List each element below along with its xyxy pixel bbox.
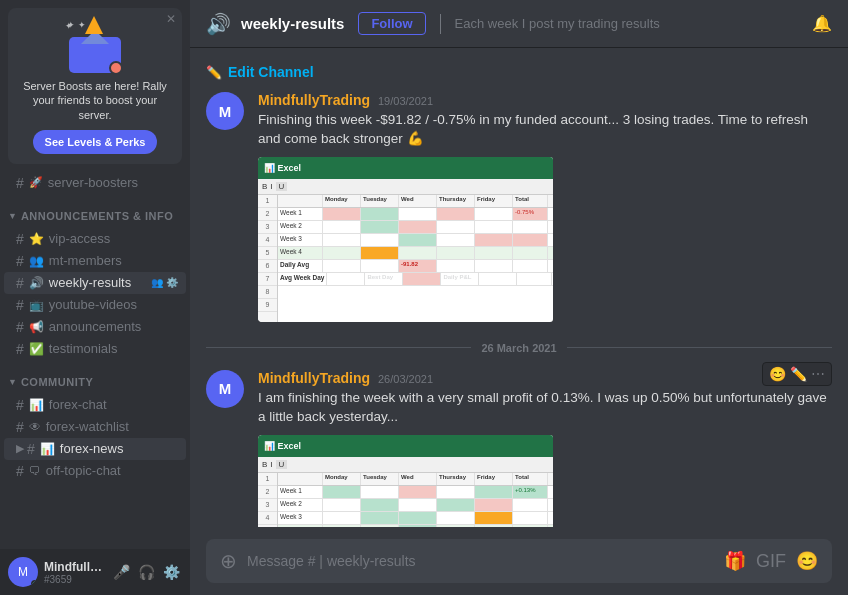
add-attachment-button[interactable]: ⊕ [220,549,237,573]
sidebar-item-label: server-boosters [48,175,138,190]
hash-icon: # [16,231,24,247]
channel-header-name: weekly-results [241,15,344,32]
input-actions: 🎁 GIF 😊 [724,550,818,572]
sidebar-item-label: off-topic-chat [46,463,121,478]
boost-illustration: ✦ ✦ ✦ [16,18,174,73]
follow-button[interactable]: Follow [358,12,425,35]
message-group: M MindfullyTrading 19/03/2021 Finishing … [206,92,832,322]
sidebar: ✕ ✦ ✦ ✦ Server Boosts are here! Rally yo… [0,0,190,595]
sidebar-item-off-topic-chat[interactable]: # 🗨 off-topic-chat [4,460,186,482]
boost-cta-button[interactable]: See Levels & Perks [33,130,158,154]
settings-button[interactable]: ⚙️ [161,562,182,582]
sidebar-item-label: forex-watchlist [46,419,129,434]
message-input[interactable] [247,553,714,569]
sidebar-item-forex-watchlist[interactable]: # 👁 forex-watchlist [4,416,186,438]
message-timestamp: 26/03/2021 [378,373,433,385]
boost-banner: ✕ ✦ ✦ ✦ Server Boosts are here! Rally yo… [8,8,182,164]
user-info: MindfullyTr... #3659 [44,560,105,585]
sidebar-item-testimonials[interactable]: # ✅ testimonials [4,338,186,360]
main-content: 🔊 weekly-results Follow Each week I post… [190,0,848,595]
message-action-bar: 😊 ✏️ ⋯ [762,362,832,386]
channel-description: Each week I post my trading results [455,16,802,31]
sidebar-item-label: vip-access [49,231,110,246]
message-text: I am finishing the week with a very smal… [258,389,832,427]
sidebar-item-announcements[interactable]: # 📢 announcements [4,316,186,338]
speaker-icon: 🔊 [206,12,231,36]
chart-icon: 📊 [29,398,44,412]
category-community[interactable]: ▼ COMMUNITY + [0,360,190,394]
sidebar-item-label: announcements [49,319,142,334]
speaker-icon: 🔊 [29,276,44,290]
gift-icon[interactable]: 🎁 [724,550,746,572]
rocket-icon: 🚀 [29,176,43,189]
edit-channel-link[interactable]: Edit Channel [228,64,314,80]
sidebar-item-label: weekly-results [49,275,131,290]
chat-icon: 🗨 [29,464,41,478]
sidebar-item-label: testimonials [49,341,118,356]
arrow-icon: ▶ [16,442,24,455]
members-badge-icon: 👥 [151,277,163,288]
hash-icon: # [16,275,24,291]
hash-icon: # [16,463,24,479]
headphones-button[interactable]: 🎧 [136,562,157,582]
hash-icon: # [16,419,24,435]
more-options-button[interactable]: ⋯ [811,366,825,382]
sidebar-item-weekly-results[interactable]: # 🔊 weekly-results 👥 ⚙️ [4,272,186,294]
category-announcements[interactable]: ▼ ANNOUNCEMENTS & INFO + [0,194,190,228]
eye-icon: 👁 [29,420,41,434]
hash-icon: # [16,297,24,313]
sidebar-item-server-boosters[interactable]: # 🚀 server-boosters [4,172,186,194]
message-group: M MindfullyTrading 26/03/2021 I am finis… [206,370,832,527]
edit-channel-bar: ✏️ Edit Channel [206,64,832,92]
hash-icon: # [16,253,24,269]
divider-line [206,347,471,348]
channel-badges: 👥 ⚙️ [151,277,178,288]
hash-icon: # [16,319,24,335]
channel-header: 🔊 weekly-results Follow Each week I post… [190,0,848,48]
emoji-icon[interactable]: 😊 [796,550,818,572]
sidebar-item-forex-chat[interactable]: # 📊 forex-chat [4,394,186,416]
message-author[interactable]: MindfullyTrading [258,370,370,386]
message-text: Finishing this week -$91.82 / -0.75% in … [258,111,832,149]
message-author[interactable]: MindfullyTrading [258,92,370,108]
message-attachment: 📊 Excel B I U 1 2 3 [258,435,558,527]
sidebar-item-vip-access[interactable]: # ⭐ vip-access [4,228,186,250]
gif-icon[interactable]: GIF [756,551,786,572]
tv-icon: 📺 [29,298,44,312]
news-icon: 📊 [40,442,55,456]
edit-message-button[interactable]: ✏️ [790,366,807,382]
message-header: MindfullyTrading 26/03/2021 [258,370,832,386]
react-button[interactable]: 😊 [769,366,786,382]
message-input-wrapper: ⊕ 🎁 GIF 😊 [206,539,832,583]
message-header: MindfullyTrading 19/03/2021 [258,92,832,108]
boost-close-button[interactable]: ✕ [166,12,176,26]
message-content: MindfullyTrading 19/03/2021 Finishing th… [258,92,832,322]
header-divider [440,14,441,34]
status-dot [31,580,38,587]
pencil-icon: ✏️ [206,65,222,80]
category-arrow-icon: ▼ [8,211,17,221]
sidebar-item-mt-members[interactable]: # 👥 mt-members [4,250,186,272]
date-divider: 26 March 2021 [206,342,832,354]
divider-line [567,347,832,348]
message-timestamp: 19/03/2021 [378,95,433,107]
hash-icon: # [16,341,24,357]
star-icon: ⭐ [29,232,44,246]
hash-icon: # [16,397,24,413]
divider-date: 26 March 2021 [481,342,556,354]
category-label: ANNOUNCEMENTS & INFO [21,210,174,222]
hash-icon: # [27,441,35,457]
user-actions: 🎤 🎧 ⚙️ [111,562,182,582]
sidebar-item-label: youtube-videos [49,297,137,312]
microphone-button[interactable]: 🎤 [111,562,132,582]
channel-list: # 🚀 server-boosters ▼ ANNOUNCEMENTS & IN… [0,172,190,549]
sidebar-item-youtube-videos[interactable]: # 📺 youtube-videos [4,294,186,316]
sidebar-item-label: mt-members [49,253,122,268]
checkmark-icon: ✅ [29,342,44,356]
members-icon: 👥 [29,254,44,268]
category-label: COMMUNITY [21,376,174,388]
sidebar-item-forex-news[interactable]: ▶ # 📊 forex-news [4,438,186,460]
settings-badge-icon: ⚙️ [166,277,178,288]
bell-icon[interactable]: 🔔 [812,14,832,33]
boost-description: Server Boosts are here! Rally your frien… [16,79,174,122]
